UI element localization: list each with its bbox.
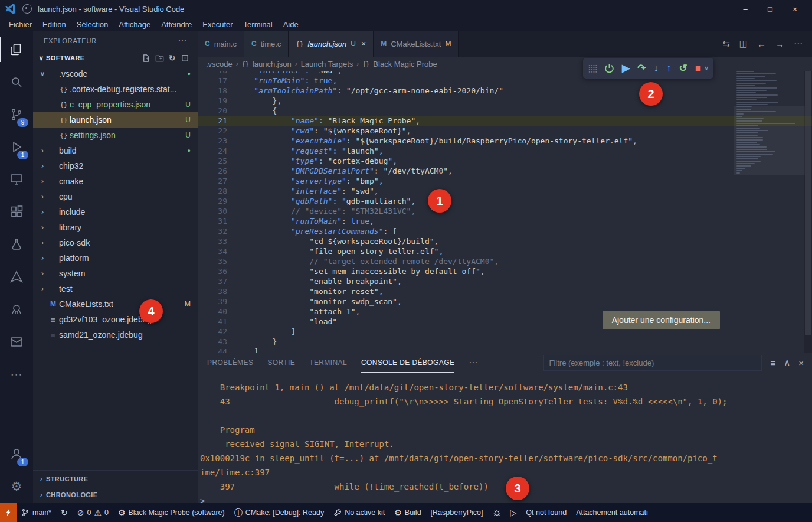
panel-maximize-icon[interactable]: ∧ [784,357,790,368]
menu-atteindre[interactable]: Atteindre [156,20,197,29]
menu-fichier[interactable]: Fichier [4,20,37,29]
build-target-item[interactable]: [RaspberryPico] [426,503,488,522]
panel-tab-sortie[interactable]: SORTIE [267,353,295,373]
problems-item[interactable]: ⊘ 0 ⚠ 0 [73,503,113,522]
new-folder-icon[interactable] [155,54,164,63]
qt-item[interactable]: Qt not found [521,503,571,522]
workspace-section-header[interactable]: ∨ SOFTWARE ↻ [33,51,198,65]
sync-item[interactable]: ↻ [56,503,73,522]
launch-item[interactable]: ▷ [506,503,522,522]
step-over-icon[interactable]: ↷ [637,63,646,73]
section-chronologie[interactable]: › CHRONOLOGIE [33,487,198,503]
tree-item-cmake[interactable]: ›cmake [33,174,198,189]
tree-item-settings-json[interactable]: {}settings.jsonU [33,128,198,143]
panel-tab-terminal[interactable]: TERMINAL [309,353,347,373]
sidebar-more-icon[interactable]: ⋯ [178,35,187,46]
menu-executer[interactable]: Exécuter [197,20,238,29]
panel-tab-debug-console[interactable]: CONSOLE DE DÉBOGAGE [361,353,454,373]
menu-affichage[interactable]: Affichage [113,20,156,29]
activity-messages[interactable] [0,325,33,358]
activity-extensions[interactable] [0,195,33,228]
activity-platformio[interactable] [0,293,33,325]
editor-scrollbar[interactable] [804,71,812,353]
stop-icon[interactable]: ■ [695,63,701,73]
tree-item-cpu[interactable]: ›cpu [33,189,198,204]
console-lines-icon[interactable]: ≡ [770,358,775,368]
nav-back-icon[interactable]: ← [757,39,766,49]
section-structure[interactable]: › STRUCTURE [33,471,198,487]
debug-target-item[interactable] [488,503,506,522]
activity-settings[interactable]: ⚙ [0,470,33,503]
close-button[interactable]: × [782,0,807,18]
tree-item-system[interactable]: ›system [33,266,198,281]
split-editor-icon[interactable]: ◫ [739,38,748,49]
tab-main-c[interactable]: C main.c [198,31,244,57]
build-item[interactable]: ⚙ Build [389,503,425,522]
drag-handle-icon[interactable]: ⣿⣿ [588,64,597,73]
activity-more-views[interactable]: ⋯ [0,358,33,390]
tree-item-library[interactable]: ›library [33,220,198,235]
power-icon[interactable] [604,63,614,73]
code-editor[interactable]: 16 "interface": "swd",17 "runToMain": tr… [198,71,812,353]
tree-item-c-cpp-properties-json[interactable]: {}c_cpp_properties.jsonU [33,97,198,112]
menu-terminal[interactable]: Terminal [238,20,278,29]
scrollbar-thumb[interactable] [805,71,811,335]
remote-indicator[interactable] [0,503,17,522]
activity-testing[interactable] [0,228,33,260]
panel-tab-problemes[interactable]: PROBLÈMES [207,353,253,373]
activity-remote-explorer[interactable] [0,163,33,195]
tree-item-cmakelists-txt[interactable]: MCMakeLists.txtM [33,296,198,312]
nav-forward-icon[interactable]: → [775,39,784,49]
activity-cmake[interactable] [0,260,33,293]
close-tab-icon[interactable]: × [361,39,366,48]
console-filter-input[interactable] [543,355,762,371]
tab-cmakelists[interactable]: M CMakeLists.txt M [374,31,459,57]
tree-item-test[interactable]: ›test [33,281,198,296]
step-into-icon[interactable]: ↓ [653,63,659,73]
new-file-icon[interactable] [142,54,150,63]
menu-selection[interactable]: Sélection [71,20,113,29]
stop-dropdown-icon[interactable]: ∨ [704,64,709,72]
refresh-icon[interactable]: ↻ [169,54,176,63]
panel-more-tabs-icon[interactable]: ⋯ [469,357,477,368]
debug-console-output[interactable]: Breakpoint 1, main () at /mnt/data/git/o… [198,372,812,503]
tree-item-chip32[interactable]: ›chip32 [33,158,198,174]
tab-launch-json[interactable]: {} launch.json U × [289,31,374,57]
panel-close-icon[interactable]: × [798,358,804,368]
restart-icon[interactable]: ↺ [679,63,687,73]
activity-source-control[interactable]: 9 [0,98,33,130]
activity-run-debug[interactable]: 1 [0,130,33,163]
breadcrumb-item[interactable]: launch.json [253,60,292,68]
debug-config-item[interactable]: ⚙ Black Magic Probe (software) [113,503,230,522]
continue-icon[interactable]: ▶ [622,63,630,73]
tree-item-pico-sdk[interactable]: ›pico-sdk [33,235,198,250]
cmake-status-item[interactable]: ⓘ CMake: [Debug]: Ready [230,503,329,522]
breadcrumb-item[interactable]: .vscode [206,60,233,68]
tree-item--cortex-debug-registers-stat-[interactable]: {}.cortex-debug.registers.stat... [33,81,198,97]
tree-item-samd21-ozone-jdebug[interactable]: ≡samd21_ozone.jdebug [33,327,198,342]
tree-item--vscode[interactable]: ∨.vscode● [33,66,198,81]
minimize-button[interactable]: – [733,0,758,18]
minimap-viewport[interactable] [734,106,805,175]
collapse-all-icon[interactable] [181,54,189,63]
activity-explorer[interactable] [0,33,33,66]
tree-item-launch-json[interactable]: {}launch.jsonU [33,112,198,128]
add-configuration-button[interactable]: Ajouter une configuration... [603,311,720,329]
breadcrumb-item[interactable]: Black Magic Probe [373,60,437,68]
activity-search[interactable] [0,66,33,98]
activity-account[interactable]: 1 [0,438,33,470]
git-branch-item[interactable]: main* [17,503,56,522]
tree-item-build[interactable]: ›build● [33,143,198,158]
maximize-button[interactable]: □ [758,0,782,18]
menu-aide[interactable]: Aide [278,20,304,29]
kit-item[interactable]: No active kit [329,503,389,522]
minimap[interactable] [736,71,803,248]
attach-item[interactable]: Attachement automati [571,503,653,522]
console-input-prompt[interactable]: > [200,494,812,503]
tree-item-gd32vf103-ozone-jdebug[interactable]: ≡gd32vf103_ozone.jdebug [33,312,198,327]
menu-edition[interactable]: Edition [37,20,71,29]
tab-time-c[interactable]: C time.c [244,31,289,57]
tree-item-platform[interactable]: ›platform [33,250,198,266]
breadcrumb-item[interactable]: Launch Targets [301,60,353,68]
open-changes-icon[interactable]: ⇆ [722,38,730,49]
